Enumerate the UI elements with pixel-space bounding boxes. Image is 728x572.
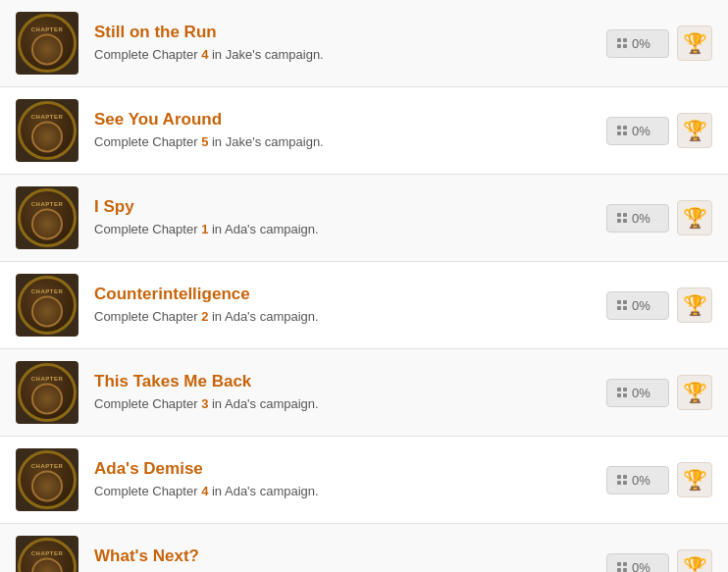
achievement-title-adas-demise: Ada's Demise — [94, 459, 591, 479]
achievement-item-see-you-around: See You Around Complete Chapter 5 in Jak… — [0, 87, 728, 175]
grid-icon — [617, 38, 627, 48]
grid-icon — [617, 562, 627, 572]
achievement-title-i-spy: I Spy — [94, 197, 591, 217]
achievement-info-adas-demise: Ada's Demise Complete Chapter 4 in Ada's… — [94, 459, 591, 500]
achievement-info-this-takes-me-back: This Takes Me Back Complete Chapter 3 in… — [94, 372, 591, 413]
progress-value-this-takes-me-back: 0% — [632, 386, 650, 400]
achievement-right-adas-demise: 0% 🏆 — [606, 462, 712, 497]
progress-value-whats-next: 0% — [632, 560, 650, 573]
achievement-info-still-on-the-run: Still on the Run Complete Chapter 4 in J… — [94, 23, 591, 64]
grid-icon — [617, 475, 627, 485]
grid-icon — [617, 213, 627, 223]
achievement-desc-see-you-around: Complete Chapter 5 in Jake's campaign. — [94, 133, 591, 151]
achievement-item-still-on-the-run: Still on the Run Complete Chapter 4 in J… — [0, 0, 728, 87]
achievement-desc-still-on-the-run: Complete Chapter 4 in Jake's campaign. — [94, 46, 591, 64]
achievement-item-counterintelligence: Counterintelligence Complete Chapter 2 i… — [0, 262, 728, 349]
progress-badge-whats-next[interactable]: 0% — [606, 553, 669, 573]
grid-icon — [617, 300, 627, 310]
achievement-info-see-you-around: See You Around Complete Chapter 5 in Jak… — [94, 110, 591, 151]
achievement-item-i-spy: I Spy Complete Chapter 1 in Ada's campai… — [0, 175, 728, 262]
achievement-title-still-on-the-run: Still on the Run — [94, 23, 591, 42]
grid-icon — [617, 388, 627, 397]
progress-badge-still-on-the-run[interactable]: 0% — [606, 29, 669, 58]
achievement-thumb-counterintelligence — [16, 274, 78, 337]
achievement-title-see-you-around: See You Around — [94, 110, 591, 130]
progress-badge-i-spy[interactable]: 0% — [606, 204, 669, 233]
achievement-title-this-takes-me-back: This Takes Me Back — [94, 372, 591, 391]
achievement-thumb-adas-demise — [16, 448, 78, 511]
trophy-icon-adas-demise[interactable]: 🏆 — [677, 462, 712, 497]
achievement-thumb-still-on-the-run — [16, 12, 78, 75]
trophy-icon-still-on-the-run[interactable]: 🏆 — [677, 26, 712, 61]
progress-value-see-you-around: 0% — [632, 124, 650, 138]
achievement-right-still-on-the-run: 0% 🏆 — [606, 26, 712, 61]
progress-badge-counterintelligence[interactable]: 0% — [606, 291, 669, 320]
achievement-info-whats-next: What's Next? Complete Chapter 5 in Ada's… — [94, 546, 591, 572]
progress-value-i-spy: 0% — [632, 211, 650, 226]
achievement-right-this-takes-me-back: 0% 🏆 — [606, 375, 712, 410]
trophy-icon-counterintelligence[interactable]: 🏆 — [677, 287, 712, 323]
progress-value-counterintelligence: 0% — [632, 298, 650, 313]
achievement-thumb-whats-next — [16, 536, 78, 572]
progress-badge-this-takes-me-back[interactable]: 0% — [606, 379, 669, 407]
grid-icon — [617, 126, 627, 135]
achievement-thumb-this-takes-me-back — [16, 361, 78, 424]
progress-badge-see-you-around[interactable]: 0% — [606, 117, 669, 145]
achievement-right-counterintelligence: 0% 🏆 — [606, 287, 712, 323]
progress-badge-adas-demise[interactable]: 0% — [606, 466, 669, 494]
achievement-desc-counterintelligence: Complete Chapter 2 in Ada's campaign. — [94, 308, 591, 326]
achievement-desc-adas-demise: Complete Chapter 4 in Ada's campaign. — [94, 483, 591, 500]
progress-value-adas-demise: 0% — [632, 473, 650, 488]
achievement-title-whats-next: What's Next? — [94, 546, 591, 566]
trophy-icon-this-takes-me-back[interactable]: 🏆 — [677, 375, 712, 410]
achievement-item-this-takes-me-back: This Takes Me Back Complete Chapter 3 in… — [0, 349, 728, 437]
trophy-icon-see-you-around[interactable]: 🏆 — [677, 113, 712, 148]
achievement-thumb-i-spy — [16, 186, 78, 249]
trophy-icon-i-spy[interactable]: 🏆 — [677, 200, 712, 235]
achievement-info-counterintelligence: Counterintelligence Complete Chapter 2 i… — [94, 285, 591, 326]
achievement-info-i-spy: I Spy Complete Chapter 1 in Ada's campai… — [94, 197, 591, 238]
achievement-list: Still on the Run Complete Chapter 4 in J… — [0, 0, 728, 572]
achievement-right-whats-next: 0% 🏆 — [606, 549, 712, 572]
achievement-item-whats-next: What's Next? Complete Chapter 5 in Ada's… — [0, 524, 728, 572]
trophy-icon-whats-next[interactable]: 🏆 — [677, 549, 712, 572]
achievement-item-adas-demise: Ada's Demise Complete Chapter 4 in Ada's… — [0, 437, 728, 524]
achievement-right-i-spy: 0% 🏆 — [606, 200, 712, 235]
achievement-desc-i-spy: Complete Chapter 1 in Ada's campaign. — [94, 221, 591, 238]
achievement-desc-this-takes-me-back: Complete Chapter 3 in Ada's campaign. — [94, 395, 591, 413]
achievement-right-see-you-around: 0% 🏆 — [606, 113, 712, 148]
achievement-title-counterintelligence: Counterintelligence — [94, 285, 591, 304]
achievement-thumb-see-you-around — [16, 99, 78, 162]
progress-value-still-on-the-run: 0% — [632, 36, 650, 51]
